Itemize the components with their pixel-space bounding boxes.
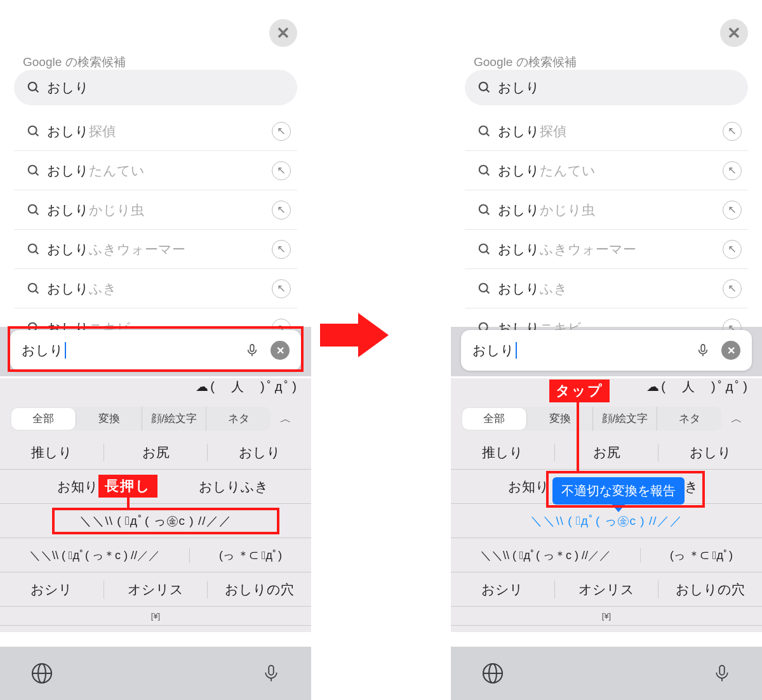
candidate-tabs: 全部 変換 顔/絵文字 ネタ ︿ — [10, 406, 301, 432]
report-tooltip[interactable]: 不適切な変換を報告 — [552, 477, 685, 505]
candidate-cell[interactable]: おしり — [658, 444, 762, 461]
ime-input-text: おしり — [22, 341, 245, 359]
mic-icon[interactable] — [696, 341, 710, 359]
insert-arrow-icon[interactable]: ↖ — [723, 161, 742, 180]
candidate-cell[interactable]: (っ ＊⊂ ﾟдﾟ) — [190, 548, 311, 563]
insert-arrow-icon[interactable]: ↖ — [272, 240, 291, 259]
svg-line-26 — [486, 172, 490, 175]
search-icon — [478, 81, 498, 95]
candidate-cell-selected[interactable]: ＼＼\\ ( ﾟдﾟ( っ㊎c ) //／／ — [451, 513, 762, 529]
suggestion-row[interactable]: おしり探偵 ↖ — [14, 112, 297, 151]
mic-icon[interactable] — [262, 661, 281, 686]
candidate-cell[interactable]: 推しり — [451, 444, 555, 461]
search-icon — [27, 164, 47, 178]
text-cursor — [516, 342, 517, 359]
keyboard-bottom-bar — [0, 647, 311, 700]
candidate-cell[interactable]: オシリス — [104, 581, 208, 598]
ime-input-bar[interactable]: おしり ✕ — [461, 330, 752, 371]
svg-rect-35 — [701, 345, 705, 352]
svg-line-7 — [36, 211, 39, 215]
candidate-cell[interactable]: ＼＼\\ ( ﾟдﾟ( っ＊c ) //／／ — [0, 548, 190, 563]
candidate-cell[interactable]: オシリス — [555, 581, 659, 598]
suggestion-list: おしり おしり探偵 ↖ おしりたんてい ↖ おしりかじり虫 ↖ おしりふきウォー… — [465, 70, 748, 348]
candidate-cell[interactable]: お尻 — [104, 444, 208, 461]
collapse-icon[interactable]: ︿ — [271, 411, 301, 426]
search-icon — [478, 282, 498, 296]
svg-point-2 — [29, 126, 37, 134]
kaomoji-strip[interactable]: ☁( 人 )ﾟдﾟ) — [646, 378, 749, 395]
suggestion-row[interactable]: おしりふきウォーマー ↖ — [14, 230, 297, 269]
insert-arrow-icon[interactable]: ↖ — [272, 122, 291, 141]
close-button[interactable]: ✕ — [720, 19, 748, 47]
insert-arrow-icon[interactable]: ↖ — [723, 122, 742, 141]
candidate-cell[interactable]: ＼＼\\ ( ﾟдﾟ( っ㊎c ) //／／ — [0, 513, 311, 529]
suggestion-row[interactable]: おしりたんてい ↖ — [14, 151, 297, 190]
collapse-icon[interactable]: ︿ — [721, 411, 752, 426]
insert-arrow-icon[interactable]: ↖ — [723, 279, 742, 298]
candidate-cell[interactable]: お尻 — [555, 444, 659, 461]
close-button[interactable]: ✕ — [269, 19, 297, 47]
search-icon — [27, 124, 47, 138]
clear-input-button[interactable]: ✕ — [271, 341, 290, 360]
tab-all[interactable]: 全部 — [462, 408, 527, 430]
tab-neta[interactable]: ネタ — [657, 407, 721, 431]
suggestion-text: おしり — [498, 79, 748, 96]
svg-point-23 — [479, 126, 488, 134]
suggestion-row[interactable]: おしり探偵 ↖ — [465, 112, 748, 151]
candidate-cell[interactable]: おしり — [208, 444, 311, 461]
suggestion-query[interactable]: おしり — [14, 70, 297, 105]
ime-input-text: おしり — [472, 341, 696, 359]
mic-icon[interactable] — [712, 661, 732, 686]
globe-icon[interactable] — [481, 662, 504, 685]
clear-input-button[interactable]: ✕ — [721, 341, 740, 360]
suggestion-header: Google の検索候補 — [474, 54, 577, 70]
candidate-cell[interactable]: (っ ＊⊂ ﾟдﾟ) — [641, 548, 762, 563]
suggestion-row[interactable]: おしりふきウォーマー ↖ — [465, 230, 748, 269]
svg-point-21 — [479, 83, 488, 91]
insert-arrow-icon[interactable]: ↖ — [272, 161, 291, 180]
tab-neta[interactable]: ネタ — [206, 407, 271, 431]
insert-arrow-icon[interactable]: ↖ — [272, 201, 291, 220]
svg-point-25 — [479, 165, 488, 173]
tab-emoji[interactable]: 顔/絵文字 — [593, 407, 658, 431]
suggestion-text: おしり — [47, 79, 297, 96]
insert-arrow-icon[interactable]: ↖ — [723, 201, 742, 220]
suggestion-row[interactable]: おしりかじり虫 ↖ — [14, 190, 297, 230]
suggestion-row[interactable]: おしりふき ↖ — [465, 269, 748, 308]
candidate-cell[interactable]: おシリ — [0, 581, 104, 598]
suggestion-row[interactable]: おしりふき ↖ — [14, 269, 297, 308]
candidate-cell[interactable]: おしりふき — [156, 478, 312, 496]
svg-rect-14 — [250, 345, 254, 352]
candidate-cell[interactable]: おしりの穴 — [208, 581, 311, 598]
candidate-cell[interactable]: おしりの穴 — [658, 581, 762, 598]
suggestion-text: おしりふき — [498, 280, 723, 298]
kaomoji-strip[interactable]: ☁( 人 )ﾟдﾟ) — [196, 378, 298, 395]
yen-key-row[interactable]: [¥] — [451, 607, 762, 626]
svg-line-24 — [486, 133, 490, 136]
suggestion-row[interactable]: おしりかじり虫 ↖ — [465, 190, 748, 230]
tab-all[interactable]: 全部 — [11, 408, 76, 430]
candidate-grid: 推しり お尻 おしり お知り おしりふき ＼＼\\ ( ﾟдﾟ( っ㊎c ) /… — [0, 435, 311, 626]
search-icon — [27, 242, 47, 256]
tab-convert[interactable]: 変換 — [528, 407, 593, 431]
suggestion-row[interactable]: おしりたんてい ↖ — [465, 151, 748, 190]
candidate-cell[interactable]: おシリ — [451, 581, 555, 598]
insert-arrow-icon[interactable]: ↖ — [723, 240, 742, 259]
annotation-label-tap: タップ — [549, 380, 610, 402]
search-icon — [27, 203, 47, 217]
search-icon — [478, 203, 498, 217]
svg-line-9 — [36, 251, 39, 254]
mic-icon[interactable] — [245, 341, 259, 359]
globe-icon[interactable] — [30, 662, 53, 685]
svg-rect-40 — [719, 666, 725, 675]
suggestion-query[interactable]: おしり — [465, 70, 748, 105]
tab-convert[interactable]: 変換 — [77, 407, 142, 431]
svg-point-4 — [29, 165, 37, 173]
yen-key-row[interactable]: [¥] — [0, 607, 311, 626]
candidate-cell[interactable]: ＼＼\\ ( ﾟдﾟ( っ＊c ) //／／ — [451, 548, 641, 563]
ime-input-bar[interactable]: おしり ✕ — [10, 330, 301, 371]
insert-arrow-icon[interactable]: ↖ — [272, 279, 291, 298]
tab-emoji[interactable]: 顔/絵文字 — [142, 407, 207, 431]
suggestion-text: おしりたんてい — [47, 162, 272, 180]
candidate-cell[interactable]: 推しり — [0, 444, 104, 461]
